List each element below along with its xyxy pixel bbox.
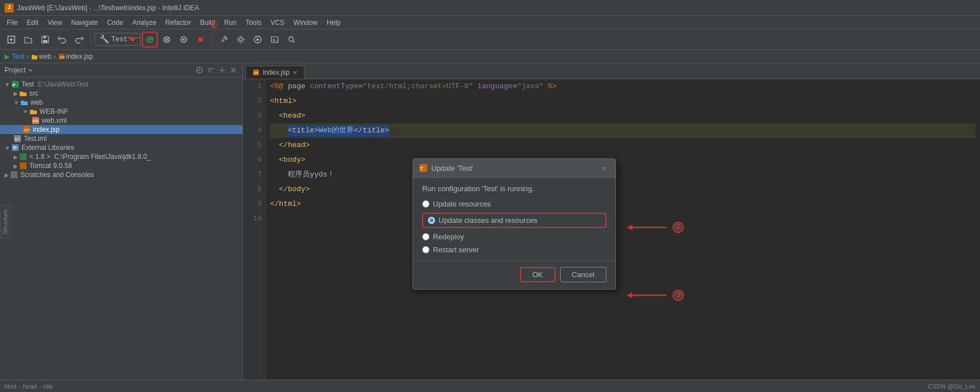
sidebar-close-btn[interactable] [229, 66, 238, 75]
title-bar-text: JavaWeb [E:\JavaWeb] - ...\Test\web\inde… [17, 4, 199, 12]
menu-refactor[interactable]: Refactor [161, 18, 196, 28]
web-folder-icon [20, 98, 28, 106]
menu-bar: File Edit View Navigate Code Analyze Ref… [0, 16, 980, 29]
menu-window[interactable]: Window [289, 18, 322, 28]
radio-restart-server[interactable]: Restart server [422, 245, 606, 254]
dialog-ok-btn[interactable]: OK [520, 267, 556, 282]
tree-item-tomcat[interactable]: ▶ Tomcat 9.0.58 [0, 161, 242, 170]
run-config-icon: 🔧 [99, 35, 109, 44]
svg-rect-29 [11, 171, 18, 178]
radio-update-resources[interactable]: Update resources [422, 200, 606, 208]
tree-item-indexjsp[interactable]: JSP index.jsp [0, 125, 242, 134]
line-num-5: 5 [246, 138, 262, 153]
status-title: title [44, 383, 53, 390]
status-head: head [23, 383, 36, 390]
update-application-btn[interactable] [142, 32, 158, 48]
tomcat-icon [19, 162, 27, 170]
line-num-8: 8 [246, 182, 262, 197]
dialog-title: T Update 'Test' [419, 163, 473, 173]
menu-view[interactable]: View [43, 18, 67, 28]
status-sep-1: › [19, 383, 21, 390]
svg-text:P: P [12, 83, 16, 88]
tree-item-src[interactable]: ▶ src [0, 89, 242, 98]
svg-rect-11 [271, 37, 278, 42]
menu-file[interactable]: File [2, 18, 22, 28]
editor-tab-indexjsp[interactable]: JSP index.jsp ✕ [245, 66, 305, 79]
dialog-tomcat-icon: T [419, 163, 428, 173]
radio-input-update-classes[interactable] [428, 217, 435, 224]
tree-item-scratches[interactable]: ▶ Scratches and Consoles [0, 170, 242, 179]
tree-item-testiml[interactable]: iml Test.iml [0, 134, 242, 143]
radio-input-redeploy[interactable] [422, 233, 430, 240]
sidebar-header: Project [0, 63, 242, 77]
jdk-icon [19, 153, 27, 161]
stop-btn[interactable] [193, 32, 209, 48]
tree-item-test-root[interactable]: ▼ P Test E:\JavaWeb\Test [0, 80, 242, 89]
terminal-btn[interactable] [267, 32, 283, 48]
tree-item-jdk[interactable]: ▶ < 1.8 > C:\Program Files\Java\jdk1.8.0… [0, 152, 242, 161]
breadcrumb-sep-1: › [27, 53, 29, 61]
svg-rect-27 [20, 153, 27, 160]
update-dialog: T Update 'Test' ✕ Run configuration 'Tes… [413, 158, 616, 290]
sidebar-collapse-btn[interactable] [206, 66, 215, 75]
folder-icon [31, 53, 38, 60]
editor-tabs: JSP index.jsp ✕ [243, 63, 980, 79]
tree-item-ext-libs[interactable]: ▼ External Libraries [0, 143, 242, 152]
svg-text:iml: iml [15, 137, 19, 141]
radio-input-restart[interactable] [422, 246, 430, 253]
line-num-1: 1 [246, 79, 262, 94]
open-btn[interactable] [20, 32, 36, 48]
ext-libs-icon [11, 144, 19, 152]
menu-run[interactable]: Run [220, 18, 241, 28]
run-anything-btn[interactable] [250, 32, 266, 48]
menu-vcs[interactable]: VCS [266, 18, 289, 28]
dialog-close-btn[interactable]: ✕ [599, 162, 610, 174]
svg-point-16 [199, 70, 201, 71]
search-everywhere-btn[interactable] [284, 32, 300, 48]
svg-rect-28 [20, 162, 27, 169]
menu-analyze[interactable]: Analyze [128, 18, 161, 28]
menu-code[interactable]: Code [102, 18, 128, 28]
tab-close-btn[interactable]: ✕ [293, 70, 297, 76]
editor-area: JSP index.jsp ✕ 1 2 3 4 5 6 7 8 9 10 [243, 63, 980, 380]
tree-item-webxml[interactable]: xml web.xml [0, 116, 242, 125]
tree-item-webinf[interactable]: ▼ WEB-INF [0, 107, 242, 116]
redo-btn[interactable] [71, 32, 87, 48]
menu-build[interactable]: Build [196, 18, 220, 28]
sidebar-locate-btn[interactable] [195, 66, 204, 75]
radio-input-update-resources[interactable] [422, 200, 430, 208]
menu-help[interactable]: Help [322, 18, 345, 28]
status-sep-2: › [39, 383, 41, 390]
radio-update-classes[interactable]: Update classes and resources [422, 213, 606, 228]
line-num-6: 6 [246, 153, 262, 167]
debug-btn[interactable] [159, 32, 175, 48]
dialog-title-bar: T Update 'Test' ✕ [413, 159, 615, 178]
line-num-3: 3 [246, 109, 262, 123]
svg-point-17 [221, 69, 223, 71]
svg-text:T: T [420, 166, 423, 171]
coverage-btn[interactable] [176, 32, 192, 48]
build-btn[interactable] [216, 32, 232, 48]
menu-tools[interactable]: Tools [241, 18, 266, 28]
structure-tab[interactable]: Structure [0, 205, 10, 238]
line-num-7: 7 [246, 167, 262, 182]
menu-edit[interactable]: Edit [22, 18, 43, 28]
save-btn[interactable] [37, 32, 53, 48]
line-numbers: 1 2 3 4 5 6 7 8 9 10 [243, 79, 266, 380]
radio-redeploy[interactable]: Redeploy [422, 232, 606, 241]
new-project-btn[interactable] [3, 32, 19, 48]
run-config-selector[interactable]: 🔧 Test [94, 33, 141, 46]
svg-text:JSP: JSP [24, 128, 30, 132]
menu-navigate[interactable]: Navigate [67, 18, 102, 28]
tree-item-web[interactable]: ▼ web [0, 98, 242, 107]
sidebar-settings-btn[interactable] [218, 66, 227, 75]
undo-btn[interactable] [54, 32, 70, 48]
svg-point-7 [183, 38, 185, 41]
run-config-label: Test [111, 36, 128, 44]
dialog-cancel-btn[interactable]: Cancel [560, 267, 606, 282]
breadcrumb-test[interactable]: Test [12, 53, 24, 61]
iml-file-icon: iml [14, 135, 21, 143]
settings-btn[interactable] [233, 32, 249, 48]
project-icon: P [11, 80, 19, 88]
line-num-10: 10 [246, 212, 262, 226]
